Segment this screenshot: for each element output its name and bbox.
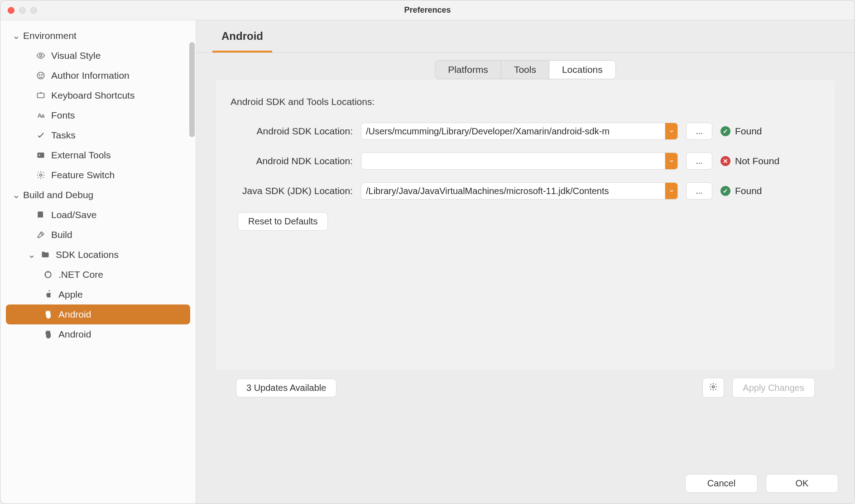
svg-point-3 — [42, 75, 43, 76]
chevron-down-icon: ⌄ — [12, 30, 19, 41]
sidebar-item-label: External Tools — [51, 150, 111, 161]
sidebar-item-load-save[interactable]: Load/Save — [6, 205, 190, 225]
sidebar-item-dotnet-core[interactable]: .NET Core — [6, 265, 190, 285]
panel-heading: Android SDK and Tools Locations: — [231, 96, 820, 107]
fonts-icon: Aa — [36, 110, 46, 120]
reset-to-defaults-button[interactable]: Reset to Defaults — [238, 212, 328, 231]
book-icon — [36, 210, 46, 220]
segment-tools[interactable]: Tools — [501, 61, 549, 79]
sidebar-section-label: Build and Debug — [23, 190, 93, 200]
chevron-down-icon[interactable] — [665, 183, 677, 199]
svg-point-7 — [712, 386, 715, 388]
sidebar-item-feature-switch[interactable]: Feature Switch — [6, 165, 190, 185]
gear-icon — [708, 382, 718, 392]
ok-button[interactable]: OK — [766, 474, 838, 493]
cancel-button[interactable]: Cancel — [685, 474, 758, 493]
java-sdk-location-combo[interactable]: /Library/Java/JavaVirtualMachines/micros… — [361, 182, 678, 200]
android-icon — [43, 329, 53, 339]
apply-changes-button[interactable]: Apply Changes — [732, 378, 815, 398]
browse-sdk-button[interactable]: ... — [686, 123, 712, 140]
svg-rect-5 — [38, 152, 44, 158]
browse-ndk-button[interactable]: ... — [686, 152, 712, 170]
sidebar-item-label: Apple — [58, 289, 83, 300]
hammer-icon — [36, 230, 46, 240]
dialog-buttons: Cancel OK — [196, 461, 855, 504]
sidebar-item-label: Fonts — [51, 110, 75, 121]
check-icon — [36, 130, 46, 140]
svg-point-0 — [40, 55, 42, 57]
main-panel: Android Platforms Tools Locations Androi… — [196, 20, 855, 504]
row-android-ndk: Android NDK Location: ... ✕ Not Found — [231, 152, 820, 170]
android-icon — [43, 309, 53, 319]
sidebar-item-label: Author Information — [51, 70, 130, 81]
sidebar-item-label: Feature Switch — [51, 170, 115, 181]
combo-value: /Library/Java/JavaVirtualMachines/micros… — [361, 186, 665, 196]
sidebar-section-label: Environment — [23, 30, 77, 41]
row-label: Android NDK Location: — [231, 156, 353, 166]
smiley-icon — [36, 71, 46, 81]
minimize-icon[interactable] — [19, 7, 26, 14]
android-sdk-location-combo[interactable]: /Users/mcumming/Library/Developer/Xamari… — [361, 123, 678, 140]
locations-panel: Android SDK and Tools Locations: Android… — [216, 80, 835, 370]
segment-locations[interactable]: Locations — [549, 61, 615, 79]
sidebar-item-android[interactable]: Android — [6, 324, 190, 344]
apple-icon — [43, 290, 53, 300]
sidebar-section-environment[interactable]: ⌄ Environment — [0, 26, 196, 46]
row-java-sdk: Java SDK (JDK) Location: /Library/Java/J… — [231, 182, 820, 200]
sidebar-item-label: Visual Style — [51, 50, 101, 61]
dotnet-icon — [43, 270, 53, 280]
sidebar-item-label: Android — [58, 329, 91, 340]
sidebar-item-author-information[interactable]: Author Information — [6, 66, 190, 86]
keyboard-icon — [36, 90, 46, 100]
panel-footer: 3 Updates Available Apply Changes — [216, 370, 835, 399]
settings-gear-button[interactable] — [702, 378, 724, 398]
segment-platforms[interactable]: Platforms — [435, 61, 501, 79]
sidebar-item-label: Build — [51, 229, 72, 240]
sidebar-item-label: Keyboard Shortcuts — [51, 90, 134, 101]
row-label: Java SDK (JDK) Location: — [231, 185, 353, 196]
sidebar-item-sdk-locations[interactable]: ⌄ SDK Locations — [6, 245, 190, 265]
close-icon[interactable] — [8, 7, 14, 14]
gear-icon — [36, 170, 46, 180]
x-circle-icon: ✕ — [721, 156, 730, 166]
sidebar-item-keyboard-shortcuts[interactable]: Keyboard Shortcuts — [6, 86, 190, 105]
sidebar-item-label: .NET Core — [58, 269, 103, 280]
browse-jdk-button[interactable]: ... — [686, 182, 712, 200]
chevron-down-icon: ⌄ — [28, 249, 35, 260]
sidebar-item-tasks[interactable]: Tasks — [6, 125, 190, 145]
chevron-down-icon: ⌄ — [12, 190, 19, 200]
sidebar-item-label: SDK Locations — [56, 249, 119, 260]
updates-available-button[interactable]: 3 Updates Available — [236, 379, 336, 397]
sidebar-item-label: Android — [58, 309, 91, 320]
android-ndk-location-combo[interactable] — [361, 152, 678, 170]
status-ndk: ✕ Not Found — [721, 156, 779, 166]
content: Platforms Tools Locations Android SDK an… — [196, 53, 855, 461]
scrollbar-thumb[interactable] — [189, 42, 195, 137]
row-label: Android SDK Location: — [231, 126, 353, 137]
sidebar-section-build-debug[interactable]: ⌄ Build and Debug — [0, 185, 196, 205]
segmented-control: Platforms Tools Locations — [435, 60, 616, 79]
svg-rect-4 — [38, 93, 44, 98]
eye-icon — [36, 51, 46, 61]
sidebar-item-android-selected[interactable]: Android — [6, 304, 190, 324]
check-circle-icon: ✓ — [721, 186, 730, 196]
sidebar-item-fonts[interactable]: Aa Fonts — [6, 105, 190, 125]
terminal-icon — [36, 150, 46, 160]
status-jdk: ✓ Found — [721, 185, 762, 196]
svg-point-2 — [39, 75, 40, 76]
page-tabbar: Android — [196, 20, 855, 53]
sidebar-item-external-tools[interactable]: External Tools — [6, 145, 190, 165]
chevron-down-icon[interactable] — [665, 123, 677, 139]
sidebar-item-label: Load/Save — [51, 209, 96, 220]
status-text: Found — [735, 126, 762, 137]
sidebar-item-apple[interactable]: Apple — [6, 285, 190, 304]
chevron-down-icon[interactable] — [665, 153, 677, 169]
zoom-icon[interactable] — [30, 7, 37, 14]
tab-android[interactable]: Android — [212, 22, 272, 52]
check-circle-icon: ✓ — [721, 126, 730, 136]
window-title: Preferences — [404, 5, 451, 15]
row-android-sdk: Android SDK Location: /Users/mcumming/Li… — [231, 123, 820, 140]
preferences-window: Preferences ⌄ Environment Visual Style A… — [0, 0, 855, 504]
sidebar-item-visual-style[interactable]: Visual Style — [6, 46, 190, 66]
sidebar-item-build[interactable]: Build — [6, 225, 190, 245]
